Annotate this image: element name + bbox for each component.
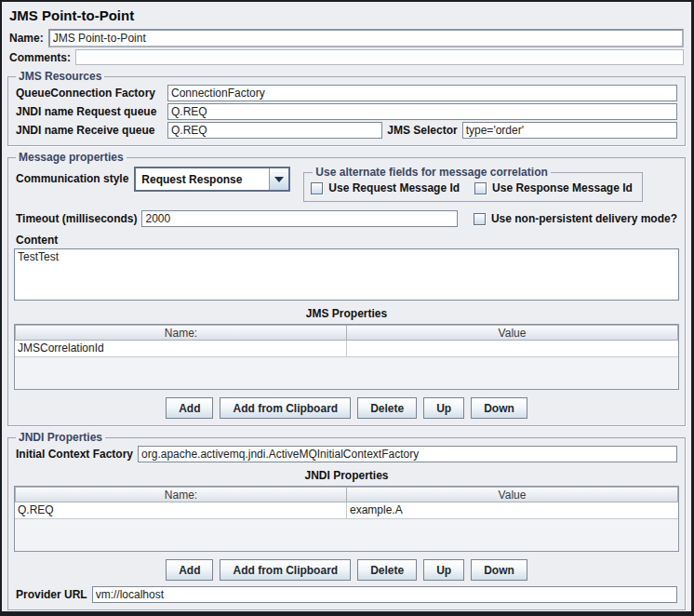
initial-context-factory-label: Initial Context Factory [16, 448, 133, 461]
page-title: JMS Point-to-Point [9, 7, 686, 23]
jms-resources-group: JMS Resources QueueConnection Factory JN… [7, 70, 686, 146]
up-button[interactable]: Up [423, 559, 464, 581]
use-response-message-id-label: Use Response Message Id [492, 181, 633, 194]
jms-table-cell-value[interactable] [347, 341, 678, 356]
jms-properties-table: Name: Value JMSCorrelationId [14, 324, 679, 390]
comments-input[interactable] [75, 49, 684, 65]
down-button[interactable]: Down [471, 397, 527, 419]
name-label: Name: [9, 32, 44, 45]
jms-properties-table-title: JMS Properties [14, 307, 679, 320]
communication-style-value: Request Response [136, 168, 269, 190]
timeout-row: Timeout (milliseconds) Use non-persisten… [16, 210, 677, 227]
use-request-message-id-checkbox[interactable] [311, 182, 323, 194]
non-persistent-checkbox[interactable] [474, 213, 486, 225]
provider-url-input[interactable] [92, 586, 677, 603]
jndi-properties-group-title: JNDI Properties [16, 431, 105, 444]
delete-button[interactable]: Delete [357, 559, 417, 581]
jms-table-cell-name[interactable]: JMSCorrelationId [15, 341, 347, 356]
add-from-clipboard-button[interactable]: Add from Clipboard [220, 559, 351, 581]
content-textarea[interactable]: TestTest [14, 248, 679, 301]
jndi-table-empty-area [15, 519, 678, 551]
name-input[interactable] [48, 29, 684, 47]
comments-label: Comments: [9, 51, 71, 64]
jms-table-header: Name: Value [15, 325, 678, 341]
jndi-properties-table-title: JNDI Properties [14, 469, 679, 482]
delete-button[interactable]: Delete [357, 397, 417, 419]
jms-table-row[interactable]: JMSCorrelationId [15, 341, 678, 357]
comments-row: Comments: [9, 49, 684, 65]
queue-connection-factory-input[interactable] [167, 85, 677, 101]
jndi-properties-group: JNDI Properties Initial Context Factory … [7, 431, 686, 610]
jms-table-header-name: Name: [15, 325, 347, 341]
jndi-table-header-name: Name: [15, 487, 347, 502]
correlation-group-title: Use alternate fields for message correla… [313, 166, 550, 179]
request-queue-row: JNDI name Request queue [16, 103, 677, 120]
jndi-table-cell-value[interactable]: example.A [347, 502, 678, 518]
use-request-message-id-label: Use Request Message Id [328, 181, 460, 194]
jms-point-to-point-panel: JMS Point-to-Point Name: Comments: JMS R… [0, 0, 694, 616]
jndi-table-row[interactable]: Q.REQ example.A [15, 502, 678, 519]
timeout-label: Timeout (milliseconds) [16, 212, 137, 225]
add-button[interactable]: Add [166, 397, 213, 419]
use-response-message-id-checkbox[interactable] [474, 182, 487, 194]
receive-queue-input[interactable] [167, 122, 382, 139]
receive-queue-row: JNDI name Receive queue JMS Selector [16, 122, 677, 139]
jms-table-empty-area [15, 357, 678, 389]
up-button[interactable]: Up [423, 397, 464, 419]
jndi-table-header-value: Value [347, 487, 678, 502]
jms-table-buttons: Add Add from Clipboard Delete Up Down [14, 397, 679, 419]
add-from-clipboard-button[interactable]: Add from Clipboard [220, 397, 351, 419]
jms-selector-input[interactable] [462, 122, 677, 139]
jndi-table-header: Name: Value [15, 487, 678, 502]
non-persistent-label: Use non-persistent delivery mode? [491, 212, 677, 225]
request-queue-label: JNDI name Request queue [16, 105, 163, 118]
jndi-table-buttons: Add Add from Clipboard Delete Up Down [14, 559, 679, 581]
correlation-group: Use alternate fields for message correla… [303, 166, 642, 202]
jndi-table-cell-name[interactable]: Q.REQ [15, 502, 347, 518]
timeout-input[interactable] [141, 210, 457, 227]
message-properties-group-title: Message properties [16, 151, 127, 164]
content-label: Content [16, 234, 679, 247]
communication-style-row: Communication style Request Response Use… [16, 166, 677, 202]
dropdown-arrow-button[interactable] [269, 168, 288, 190]
jms-table-header-value: Value [347, 325, 678, 341]
queue-connection-factory-label: QueueConnection Factory [16, 87, 163, 100]
initial-context-factory-row: Initial Context Factory [16, 446, 677, 462]
request-queue-input[interactable] [167, 103, 677, 120]
jndi-properties-table: Name: Value Q.REQ example.A [14, 486, 679, 552]
jms-selector-label: JMS Selector [387, 124, 457, 137]
chevron-down-icon [274, 177, 284, 182]
communication-style-label: Communication style [16, 166, 128, 192]
receive-queue-label: JNDI name Receive queue [16, 124, 163, 137]
provider-url-label: Provider URL [16, 588, 87, 601]
provider-url-row: Provider URL [16, 586, 677, 603]
queue-connection-factory-row: QueueConnection Factory [16, 85, 677, 101]
correlation-checkbox-row: Use Request Message Id Use Response Mess… [311, 181, 632, 194]
down-button[interactable]: Down [471, 559, 527, 581]
non-persistent-item: Use non-persistent delivery mode? [474, 212, 677, 225]
add-button[interactable]: Add [166, 559, 213, 581]
message-properties-group: Message properties Communication style R… [7, 151, 686, 426]
initial-context-factory-input[interactable] [138, 446, 677, 462]
jms-resources-group-title: JMS Resources [16, 70, 104, 83]
use-response-message-id-item: Use Response Message Id [474, 181, 633, 194]
name-row: Name: [9, 29, 684, 47]
communication-style-select[interactable]: Request Response [134, 167, 290, 192]
use-request-message-id-item: Use Request Message Id [311, 181, 460, 194]
